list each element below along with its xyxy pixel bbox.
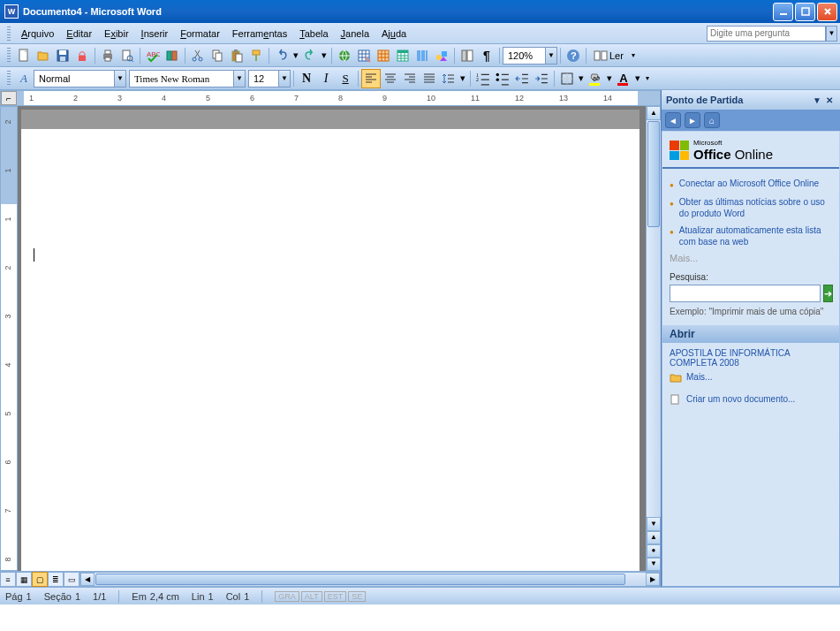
print-button[interactable] xyxy=(98,46,117,65)
show-marks-button[interactable]: ¶ xyxy=(477,46,496,65)
numbering-button[interactable]: 12 xyxy=(473,69,493,88)
spellcheck-button[interactable]: ABC xyxy=(143,46,163,65)
prev-page-button[interactable]: ▲ xyxy=(647,531,661,544)
maximize-button[interactable] xyxy=(795,3,815,21)
menu-arquivo[interactable]: Arquivo xyxy=(15,27,60,41)
vertical-scrollbar[interactable]: ▲ ▼ ▲ ● ▼ xyxy=(646,106,661,571)
cut-button[interactable] xyxy=(188,46,208,65)
toolbar-grip[interactable] xyxy=(7,27,11,41)
font-combo[interactable]: Times New Roman ▼ xyxy=(129,70,246,87)
hscroll-thumb[interactable] xyxy=(95,574,625,585)
borders-dropdown[interactable]: ▾ xyxy=(577,69,586,88)
taskpane-menu-button[interactable]: ▼ xyxy=(811,95,823,105)
align-left-button[interactable] xyxy=(361,69,381,88)
research-button[interactable] xyxy=(163,46,182,65)
forward-button[interactable]: ► xyxy=(685,112,700,128)
status-mode-gra[interactable]: GRA xyxy=(275,591,299,602)
line-spacing-button[interactable] xyxy=(439,69,458,88)
scroll-thumb[interactable] xyxy=(647,121,660,227)
menu-exibir[interactable]: Exibir xyxy=(98,27,135,41)
insert-table-button[interactable] xyxy=(374,46,393,65)
search-input[interactable] xyxy=(670,285,821,302)
scroll-down-button[interactable]: ▼ xyxy=(647,517,661,531)
minimize-button[interactable] xyxy=(773,3,793,21)
recent-document-link[interactable]: APOSTILA DE INFORMÁTICA COMPLETA 2008 xyxy=(670,348,832,368)
size-dropdown[interactable]: ▼ xyxy=(278,71,290,87)
close-button[interactable] xyxy=(817,3,837,21)
horizontal-scrollbar[interactable]: ◀ ▶ xyxy=(79,572,661,587)
hyperlink-button[interactable] xyxy=(335,46,354,65)
save-button[interactable] xyxy=(53,46,72,65)
undo-button[interactable] xyxy=(272,46,291,65)
italic-button[interactable]: I xyxy=(316,69,336,88)
taskpane-close-button[interactable]: ✕ xyxy=(823,95,836,105)
size-combo[interactable]: 12 ▼ xyxy=(248,70,291,87)
new-document-link[interactable]: Criar um novo documento... xyxy=(670,394,832,405)
borders-button[interactable] xyxy=(557,69,577,88)
redo-dropdown[interactable]: ▾ xyxy=(320,46,329,65)
search-go-button[interactable]: ➔ xyxy=(823,285,833,302)
new-button[interactable] xyxy=(14,46,34,65)
scroll-right-button[interactable]: ▶ xyxy=(646,573,660,586)
bold-button[interactable]: N xyxy=(297,69,316,88)
ruler-right-margin[interactable] xyxy=(638,91,660,105)
outline-view-button[interactable]: ≣ xyxy=(48,572,64,587)
align-center-button[interactable] xyxy=(381,69,400,88)
toolbar-options[interactable]: ▾ xyxy=(628,51,639,59)
menu-ferramentas[interactable]: Ferramentas xyxy=(226,27,293,41)
decrease-indent-button[interactable] xyxy=(512,69,532,88)
increase-indent-button[interactable] xyxy=(532,69,551,88)
print-preview-button[interactable] xyxy=(117,46,137,65)
highlight-dropdown[interactable]: ▾ xyxy=(605,69,614,88)
font-color-button[interactable]: A xyxy=(614,69,633,88)
toolbar-grip[interactable] xyxy=(7,48,11,64)
doc-map-button[interactable] xyxy=(458,46,477,65)
zoom-dropdown[interactable]: ▼ xyxy=(545,48,556,64)
scroll-left-button[interactable]: ◀ xyxy=(80,573,95,586)
document-area[interactable] xyxy=(18,106,646,571)
status-mode-est[interactable]: EST xyxy=(324,591,347,602)
menu-tabela[interactable]: Tabela xyxy=(293,27,334,41)
more-link[interactable]: Mais... xyxy=(670,253,698,263)
zoom-combo[interactable]: 120% ▼ xyxy=(503,47,557,65)
copy-button[interactable] xyxy=(208,46,227,65)
web-view-button[interactable]: ▦ xyxy=(16,572,32,587)
help-input[interactable] xyxy=(707,26,826,42)
status-mode-se[interactable]: SE xyxy=(348,591,366,602)
underline-button[interactable]: S xyxy=(336,69,355,88)
page[interactable] xyxy=(21,110,639,571)
reading-view-button[interactable]: ▭ xyxy=(64,572,79,587)
menu-editar[interactable]: Editar xyxy=(60,27,98,41)
status-mode-alt[interactable]: ALT xyxy=(301,591,322,602)
horizontal-ruler[interactable]: ⌐ 1234567891011121314 xyxy=(0,90,661,106)
help-button[interactable]: ? xyxy=(564,46,583,65)
bullets-button[interactable] xyxy=(493,69,512,88)
taskpane-link[interactable]: ●Conectar ao Microsoft Office Online xyxy=(670,178,832,191)
menu-formatar[interactable]: Formatar xyxy=(174,27,226,41)
line-spacing-dropdown[interactable]: ▾ xyxy=(458,69,467,88)
style-combo[interactable]: Normal ▼ xyxy=(34,70,126,87)
columns-button[interactable] xyxy=(412,46,432,65)
normal-view-button[interactable]: ≡ xyxy=(0,572,16,587)
styles-pane-button[interactable]: A xyxy=(14,69,34,88)
font-color-dropdown[interactable]: ▾ xyxy=(633,69,642,88)
menu-ajuda[interactable]: Ajuda xyxy=(375,27,412,41)
taskpane-link[interactable]: ●Obter as últimas notícias sobre o uso d… xyxy=(670,196,832,219)
menu-janela[interactable]: Janela xyxy=(335,27,375,41)
more-docs-link[interactable]: Mais... xyxy=(670,372,832,383)
ruler-left-margin[interactable] xyxy=(17,91,24,105)
format-painter-button[interactable] xyxy=(246,46,266,65)
next-page-button[interactable]: ▼ xyxy=(647,558,661,571)
read-mode-button[interactable]: Ler xyxy=(589,46,628,65)
style-dropdown[interactable]: ▼ xyxy=(114,71,125,87)
undo-dropdown[interactable]: ▾ xyxy=(291,46,300,65)
print-layout-view-button[interactable]: ▢ xyxy=(32,572,48,587)
highlight-button[interactable]: ab xyxy=(586,69,605,88)
toolbar-options[interactable]: ▾ xyxy=(642,74,653,82)
permission-button[interactable] xyxy=(72,46,92,65)
back-button[interactable]: ◄ xyxy=(665,112,681,128)
help-dropdown[interactable]: ▼ xyxy=(826,26,837,42)
align-right-button[interactable] xyxy=(400,69,420,88)
paste-button[interactable] xyxy=(227,46,246,65)
justify-button[interactable] xyxy=(420,69,439,88)
